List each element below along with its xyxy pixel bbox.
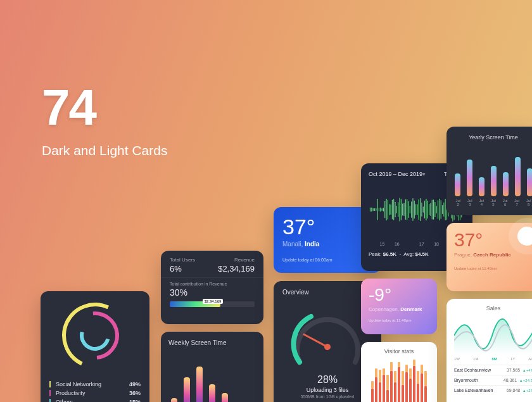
- total-users-label: Total Users: [170, 257, 195, 263]
- card-weather-copenhagen: -9° Copenhagen, Denmark Update today at …: [361, 279, 437, 334]
- weekly-title: Weekly Screen Time: [168, 339, 256, 346]
- svg-rect-24: [403, 203, 404, 216]
- svg-rect-11: [384, 201, 385, 218]
- svg-rect-30: [412, 198, 413, 221]
- bar: [371, 381, 374, 402]
- bar: [405, 365, 408, 402]
- svg-rect-17: [393, 199, 394, 220]
- svg-rect-26: [407, 199, 407, 220]
- svg-rect-20: [398, 202, 398, 217]
- sales-row: East Deshaunview37,565 ▲+47: [454, 365, 532, 375]
- hero-subtitle: Dark and Light Cards: [42, 143, 167, 158]
- legend-row: Others15%: [41, 398, 149, 402]
- svg-rect-19: [396, 206, 397, 213]
- svg-rect-8: [380, 208, 381, 211]
- bar: [375, 368, 377, 402]
- bar: [413, 360, 415, 402]
- prague-temp: 37°: [454, 229, 532, 251]
- card-yearly-screen-time: Yearly Screen Time Jul 2Jul 3Jul 4Jul 5J…: [446, 127, 532, 215]
- donut-chart: [41, 291, 149, 380]
- svg-rect-3: [373, 208, 374, 211]
- overview-title: Overview: [282, 289, 372, 296]
- revenue-label: Revenue: [218, 257, 255, 263]
- svg-rect-25: [405, 199, 406, 220]
- bar: [409, 368, 412, 402]
- svg-rect-39: [426, 199, 426, 221]
- sales-row: Bryonmouth48,361 ▲+24.3: [454, 375, 532, 385]
- bar: [184, 377, 190, 402]
- overview-uploaded: 550MB from 1GB uploaded: [282, 394, 372, 399]
- overview-uploading: Uploading 3 files: [282, 387, 372, 393]
- svg-rect-13: [388, 199, 388, 219]
- cold-temp: -9°: [369, 285, 429, 305]
- wave-range[interactable]: Oct 2019 – Dec 2019: [369, 171, 422, 177]
- card-revenue: Total Users 6% Revenue $2,34,169 Total c…: [161, 251, 263, 324]
- svg-point-0: [323, 342, 332, 351]
- svg-rect-14: [389, 204, 390, 215]
- svg-rect-9: [382, 208, 383, 211]
- bar: [209, 384, 215, 402]
- svg-rect-1: [370, 208, 370, 212]
- svg-rect-37: [423, 206, 424, 212]
- svg-rect-6: [377, 199, 378, 220]
- svg-rect-44: [433, 199, 434, 220]
- svg-rect-35: [420, 198, 421, 221]
- legend-row: Social Networking49%: [41, 380, 149, 389]
- gauge: [282, 299, 372, 373]
- card-weather-prague: 37° Prague, Czech Republic Update today …: [446, 223, 532, 291]
- svg-rect-29: [411, 201, 412, 218]
- weekly-bars: [168, 355, 256, 402]
- range-tab[interactable]: 1M: [473, 357, 478, 361]
- svg-rect-49: [441, 200, 441, 219]
- svg-rect-12: [386, 199, 387, 220]
- svg-rect-48: [439, 199, 440, 221]
- bar: [196, 367, 203, 402]
- bar: [402, 371, 404, 402]
- svg-rect-15: [390, 204, 391, 215]
- card-visitor-stats: Visitor stats: [361, 342, 437, 402]
- range-tab[interactable]: 1Y: [510, 357, 515, 361]
- bar: [421, 365, 423, 402]
- contrib-pct: 30%: [170, 287, 255, 298]
- bar: [424, 371, 427, 402]
- bar: [386, 375, 389, 402]
- range-tab[interactable]: 6M: [491, 357, 497, 361]
- contrib-badge: $2,34,169: [203, 299, 224, 304]
- svg-rect-10: [383, 208, 384, 211]
- cold-location: Copenhagen, Denmark: [369, 306, 429, 312]
- svg-rect-31: [414, 201, 415, 219]
- bar: [390, 362, 393, 402]
- bar: [503, 172, 509, 196]
- yearly-title: Yearly Screen Time: [454, 134, 532, 141]
- svg-rect-41: [429, 204, 429, 215]
- weather-updated: Update today at 06:00am: [282, 258, 372, 262]
- visitor-bars: [367, 360, 431, 402]
- bar: [417, 371, 419, 402]
- bar: [455, 173, 460, 196]
- svg-rect-2: [371, 208, 372, 212]
- sales-row: Lake Estevanhaven69,048 ▲+27: [454, 385, 532, 395]
- visitor-title: Visitor stats: [367, 348, 431, 355]
- yearly-labels: Jul 2Jul 3Jul 4Jul 5Jul 6Jul 7Jul 8: [454, 199, 532, 206]
- sales-ranges[interactable]: 1W1M6M1YAll: [454, 357, 532, 361]
- svg-rect-32: [415, 204, 416, 215]
- bar: [171, 398, 177, 402]
- svg-rect-36: [421, 203, 422, 217]
- card-activity-donut: Social Networking49%Productivity36%Other…: [41, 291, 149, 402]
- svg-rect-40: [428, 201, 428, 219]
- prague-updated: Update today at 11:40am: [454, 267, 532, 270]
- svg-rect-22: [401, 199, 402, 220]
- svg-rect-43: [432, 199, 433, 219]
- hero-number: 74: [42, 82, 167, 133]
- svg-rect-52: [445, 199, 446, 220]
- card-weekly-screen-time: Weekly Screen Time: [161, 332, 263, 402]
- bar: [394, 371, 396, 402]
- weather-temp: 37°: [282, 215, 319, 239]
- svg-rect-7: [379, 208, 379, 211]
- bar: [479, 177, 484, 196]
- range-tab[interactable]: All: [528, 357, 532, 361]
- range-tab[interactable]: 1W: [454, 357, 460, 361]
- svg-rect-42: [430, 203, 431, 216]
- contrib-label: Total contribution in Revenue: [170, 282, 255, 286]
- prague-location: Prague, Czech Republic: [454, 252, 532, 258]
